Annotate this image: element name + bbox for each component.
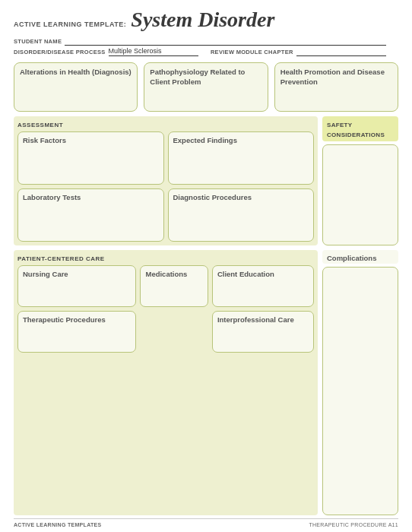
safety-box: [322, 144, 398, 245]
disorder-label: DISORDER/DISEASE PROCESS: [14, 49, 106, 55]
complications-label-box: Complications: [322, 250, 398, 264]
expected-findings-box: Expected Findings: [168, 131, 315, 185]
risk-factors-box: Risk Factors: [17, 131, 164, 185]
assessment-safety-row: ASSESSMENT Risk Factors Expected Finding…: [14, 116, 398, 245]
patient-complications-row: PATIENT-CENTERED CARE Nursing Care Medic…: [14, 250, 398, 515]
top-box-health-promotion-label: Health Promotion and Disease Prevention: [280, 68, 385, 86]
diagnostic-procedures-box: Diagnostic Procedures: [168, 188, 315, 242]
header: ACTIVE LEARNING TEMPLATE: System Disorde…: [14, 8, 398, 32]
safety-label: SAFETY CONSIDERATIONS: [327, 122, 385, 138]
expected-findings-label: Expected Findings: [173, 136, 237, 144]
disorder-row: DISORDER/DISEASE PROCESS Multiple Sclero…: [14, 47, 398, 56]
top-box-pathophysiology: Pathophysiology Related to Client Proble…: [144, 62, 268, 112]
template-label: ACTIVE LEARNING TEMPLATE:: [14, 21, 126, 28]
complications-label: Complications: [327, 254, 376, 262]
patient-care-label: PATIENT-CENTERED CARE: [17, 255, 105, 262]
student-name-label: STUDENT NAME: [14, 38, 62, 45]
empty-middle-col: [140, 311, 208, 353]
risk-factors-label: Risk Factors: [23, 136, 66, 144]
therapeutic-procedures-label: Therapeutic Procedures: [23, 315, 106, 324]
nursing-care-label: Nursing Care: [23, 270, 68, 278]
review-label: REVIEW MODULE CHAPTER: [211, 49, 293, 55]
student-name-line: [65, 36, 386, 46]
patient-care-row2: Therapeutic Procedures Interprofessional…: [17, 311, 314, 353]
patient-care-area: PATIENT-CENTERED CARE Nursing Care Medic…: [14, 250, 318, 515]
top-box-health-promotion: Health Promotion and Disease Prevention: [274, 62, 398, 112]
medications-box: Medications: [140, 265, 208, 307]
assessment-area: ASSESSMENT Risk Factors Expected Finding…: [14, 116, 318, 245]
nursing-care-box: Nursing Care: [17, 265, 136, 307]
assessment-grid: Risk Factors Expected Findings Laborator…: [17, 131, 314, 242]
review-line: [296, 47, 386, 56]
disorder-value: Multiple Sclerosis: [109, 47, 162, 55]
footer: ACTIVE LEARNING TEMPLATES THERAPEUTIC PR…: [14, 518, 398, 527]
complications-area: Complications: [322, 250, 398, 515]
interprofessional-care-box: Interprofessional Care: [212, 311, 314, 353]
diagnostic-procedures-label: Diagnostic Procedures: [173, 193, 252, 201]
safety-area: SAFETY CONSIDERATIONS: [322, 116, 398, 245]
main-area: ASSESSMENT Risk Factors Expected Finding…: [14, 116, 398, 515]
footer-right: THERAPEUTIC PROCEDURE A11: [309, 522, 398, 527]
page: ACTIVE LEARNING TEMPLATE: System Disorde…: [0, 0, 412, 532]
assessment-label: ASSESSMENT: [17, 122, 63, 128]
top-box-pathophysiology-label: Pathophysiology Related to Client Proble…: [150, 68, 245, 86]
top-box-alterations: Alterations in Health (Diagnosis): [14, 62, 138, 112]
footer-left: ACTIVE LEARNING TEMPLATES: [14, 522, 101, 527]
student-name-row: STUDENT NAME: [14, 36, 398, 46]
complications-box: [322, 267, 398, 515]
laboratory-tests-label: Laboratory Tests: [23, 193, 81, 201]
top-boxes: Alterations in Health (Diagnosis) Pathop…: [14, 62, 398, 112]
page-title: System Disorder: [131, 8, 274, 32]
top-box-alterations-label: Alterations in Health (Diagnosis): [20, 68, 132, 76]
client-education-box: Client Education: [212, 265, 314, 307]
therapeutic-procedures-box: Therapeutic Procedures: [17, 311, 136, 353]
interprofessional-care-label: Interprofessional Care: [217, 315, 294, 324]
patient-care-row1: Nursing Care Medications Client Educatio…: [17, 265, 314, 307]
laboratory-tests-box: Laboratory Tests: [17, 188, 164, 242]
medications-label: Medications: [145, 270, 187, 278]
client-education-label: Client Education: [217, 270, 274, 278]
safety-section-header: SAFETY CONSIDERATIONS: [322, 116, 398, 141]
disorder-line: Multiple Sclerosis: [109, 47, 198, 56]
